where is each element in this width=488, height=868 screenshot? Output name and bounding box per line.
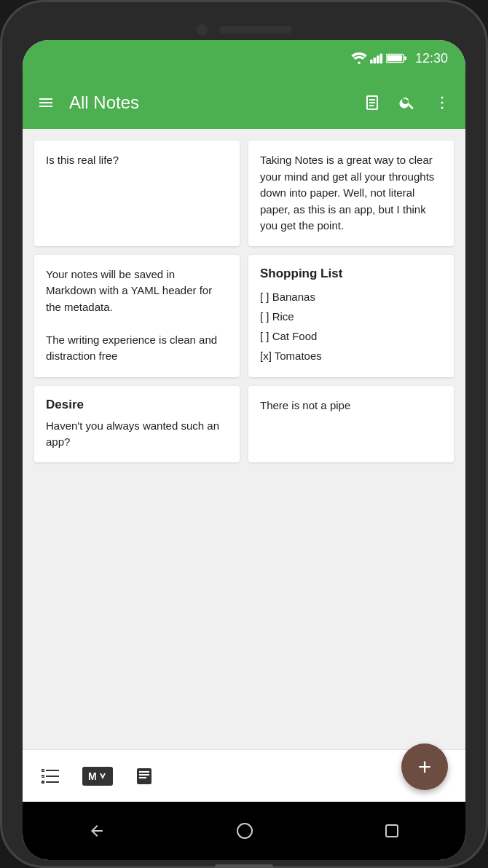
app-title: All Notes [69,92,363,113]
more-button[interactable] [433,94,451,111]
svg-point-8 [441,97,444,99]
note-card-3[interactable]: Your notes will be saved in Markdown wit… [34,255,240,377]
app-bar-actions [363,94,451,111]
svg-rect-4 [379,54,382,64]
battery-icon [386,53,406,63]
phone-bottom-decoration [23,864,465,868]
svg-rect-18 [139,771,149,773]
svg-rect-7 [404,56,406,60]
markdown-icon-m: M [88,770,97,782]
list-item: [ ] Bananas [260,287,442,307]
note-5-title: Desire [46,398,228,412]
signal-icon [370,52,383,64]
notebook-button[interactable] [363,94,381,111]
svg-point-9 [441,102,444,104]
note-card-5[interactable]: Desire Haven't you always wanted such an… [34,386,240,462]
home-indicator [215,864,273,868]
svg-rect-16 [46,781,59,783]
wifi-icon [351,52,367,64]
svg-rect-2 [373,58,376,63]
svg-point-21 [237,824,252,838]
app-bar: All Notes [23,76,465,129]
notes-nav-button[interactable] [133,765,155,787]
svg-rect-15 [42,781,44,784]
list-item: [ ] Rice [260,307,442,326]
menu-button[interactable] [37,94,55,111]
note-card-4[interactable]: Shopping List [ ] Bananas [ ] Rice [ ] C… [248,255,454,377]
svg-rect-20 [139,777,146,778]
note-2-content: Taking Notes is a great way to clear you… [260,152,442,234]
recent-nav-button[interactable] [384,823,400,839]
svg-point-0 [358,61,361,64]
svg-rect-14 [46,776,59,777]
checklist-nav-button[interactable] [40,765,62,787]
note-card-6[interactable]: There is not a pipe [248,386,454,462]
phone-top-decoration [23,24,465,36]
speaker [219,26,292,33]
phone-frame: 12:30 All Notes [0,0,488,868]
note-5-content: Haven't you always wanted such an app? [46,418,228,451]
main-content: Is this real life? Taking Notes is a gre… [23,129,465,749]
notes-grid: Is this real life? Taking Notes is a gre… [34,141,454,462]
note-3-content: Your notes will be saved in Markdown wit… [46,267,228,365]
svg-rect-17 [137,768,151,784]
fab-add-button[interactable]: + [401,743,448,790]
status-time: 12:30 [415,51,448,66]
markdown-nav-button[interactable]: M [82,767,113,786]
home-nav-button[interactable] [236,822,253,840]
note-1-content: Is this real life? [46,152,228,169]
note-6-content: There is not a pipe [260,398,442,414]
phone-screen: 12:30 All Notes [23,40,465,860]
status-bar: 12:30 [23,40,465,76]
bottom-nav-icons: M [40,765,155,787]
fab-icon: + [418,754,432,781]
svg-rect-19 [139,774,149,776]
svg-rect-1 [370,60,373,63]
note-4-list: [ ] Bananas [ ] Rice [ ] Cat Food [x] To… [260,287,442,366]
list-item: [ ] Cat Food [260,326,442,346]
svg-rect-12 [46,770,59,771]
note-card-1[interactable]: Is this real life? [34,141,240,246]
camera [196,24,208,36]
svg-rect-3 [377,55,379,63]
android-nav-bar [23,802,465,860]
back-nav-button[interactable] [88,822,106,840]
svg-point-10 [441,107,444,109]
list-item: [x] Tomatoes [260,346,442,366]
svg-rect-22 [386,825,398,837]
search-button[interactable] [398,94,416,111]
note-card-2[interactable]: Taking Notes is a great way to clear you… [248,141,454,246]
svg-rect-6 [387,55,402,61]
status-icons: 12:30 [351,51,448,66]
note-4-title: Shopping List [260,267,442,281]
bottom-nav: M + [23,749,465,802]
